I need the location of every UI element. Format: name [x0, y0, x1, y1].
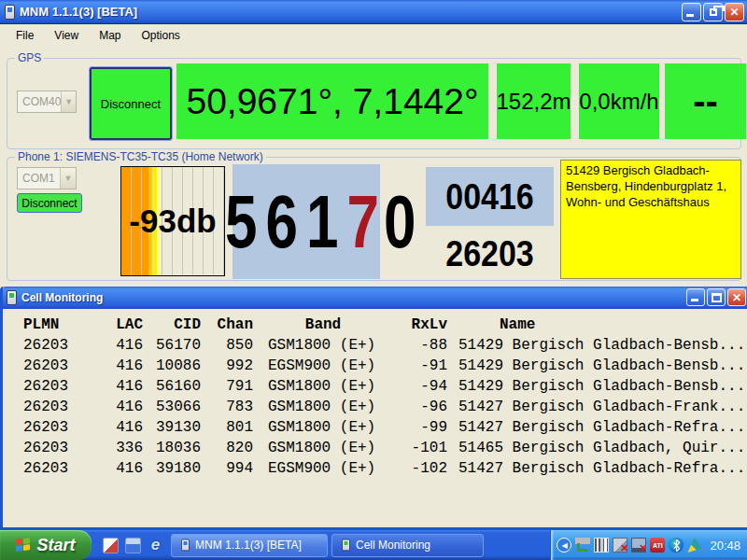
table-row[interactable]: 2620341653066783GSM1800 (E+)-9651427 Ber…: [12, 397, 747, 417]
table-cell: 26203: [12, 460, 92, 477]
cell-table-body: 2620341656170850GSM1800 (E+)-8851429 Ber…: [12, 335, 747, 479]
table-cell: 51427 Bergisch Gladbach-Refra...: [447, 419, 747, 436]
table-cell: 51429 Bergisch Gladbach-Bensb...: [447, 357, 747, 374]
table-cell: 801: [201, 419, 253, 436]
table-cell: 26203: [12, 440, 92, 456]
table-cell: 56170: [143, 337, 201, 354]
table-cell: -101: [393, 440, 447, 456]
quick-launch-bar: e: [92, 530, 171, 560]
maximize-icon: [712, 293, 722, 302]
bluetooth-icon[interactable]: [669, 538, 684, 553]
table-cell: 39180: [143, 460, 201, 477]
app-phone-icon: [181, 539, 190, 552]
menu-options[interactable]: Options: [131, 26, 190, 45]
app-phone-icon: [5, 5, 15, 20]
phone-port-value: COM1: [18, 172, 60, 185]
table-cell: GSM1800 (E+): [253, 399, 393, 415]
table-cell: -96: [393, 399, 447, 415]
taskbar-task-mnm[interactable]: MNM 1.1.1(3) [BETA]: [171, 534, 328, 557]
cell-window-title: Cell Monitoring: [21, 291, 103, 304]
table-cell: 416: [92, 378, 143, 395]
menu-map[interactable]: Map: [89, 26, 131, 45]
chevron-down-icon: ▼: [60, 168, 76, 189]
table-row[interactable]: 2620333618036820GSM1800 (E+)-10151465 Be…: [12, 438, 747, 458]
table-cell: 416: [92, 337, 143, 354]
column-header-cid[interactable]: CID: [143, 316, 201, 333]
internet-explorer-icon[interactable]: e: [148, 538, 163, 553]
cid-red-digit: 7: [346, 180, 387, 264]
table-cell: GSM1800 (E+): [253, 378, 393, 395]
table-row[interactable]: 2620341656160791GSM1800 (E+)-9451429 Ber…: [12, 376, 747, 397]
table-cell: 39130: [143, 419, 201, 436]
tray-chevron-icon[interactable]: ◀: [557, 538, 571, 553]
table-cell: 26203: [12, 337, 92, 354]
table-cell: -99: [393, 419, 447, 436]
usage-graph-icon[interactable]: [594, 538, 609, 553]
main-titlebar: MNM 1.1.1(3) [BETA] ✕: [0, 0, 747, 24]
table-row[interactable]: 2620341656170850GSM1800 (E+)-8851429 Ber…: [12, 335, 747, 356]
gps-group: GPS COM40 ▼ Disconnect 50,9671°, 7,1442°…: [7, 58, 741, 149]
taskbar-task-cell-monitoring[interactable]: Cell Monitoring: [331, 534, 484, 557]
table-cell: EGSM900 (E+): [253, 460, 393, 477]
cell-table: PLMN LAC CID Chan Band RxLv Name 2620341…: [3, 309, 747, 479]
phone-group-label: Phone 1: SIEMENS-TC35-TC35 (Home Network…: [15, 150, 266, 163]
cid-digits: 561: [225, 180, 346, 264]
network-error-icon[interactable]: [631, 538, 646, 553]
show-desktop-icon[interactable]: [125, 538, 141, 553]
task-label: Cell Monitoring: [356, 539, 430, 552]
phone-disconnect-button[interactable]: Disconnect: [17, 193, 82, 213]
volume-muted-icon[interactable]: [613, 538, 627, 553]
bird-icon[interactable]: [687, 538, 702, 553]
column-header-chan[interactable]: Chan: [201, 316, 253, 333]
table-cell: 850: [201, 337, 253, 354]
table-cell: 51465 Bergisch Gladbach, Quir...: [447, 440, 747, 456]
close-icon: ✕: [729, 7, 739, 18]
table-row[interactable]: 2620341610086992EGSM900 (E+)-9151429 Ber…: [12, 356, 747, 376]
plmn-display: 26203: [426, 232, 554, 274]
table-row[interactable]: 2620341639130801GSM1800 (E+)-9951427 Ber…: [12, 417, 747, 438]
column-header-band[interactable]: Band: [253, 316, 393, 333]
bluetooth-rune: [672, 539, 681, 552]
gps-satellites-display: --: [665, 63, 746, 139]
table-cell: 26203: [12, 399, 92, 415]
gps-disconnect-button[interactable]: Disconnect: [90, 67, 172, 140]
restore-button[interactable]: [703, 3, 723, 21]
gps-port-combobox[interactable]: COM40 ▼: [17, 91, 77, 113]
start-label: Start: [36, 536, 75, 555]
close-button[interactable]: ✕: [725, 3, 744, 21]
window-title: MNM 1.1.1(3) [BETA]: [20, 5, 680, 19]
table-cell: 992: [201, 357, 253, 374]
cell-id-display: 5617 0: [233, 164, 416, 279]
menu-view[interactable]: View: [44, 26, 89, 45]
quick-launch-1-icon[interactable]: [103, 538, 119, 553]
cell-minimize-button[interactable]: [686, 288, 705, 306]
minimize-button[interactable]: [682, 3, 701, 21]
table-cell: 994: [201, 460, 253, 477]
table-cell: 336: [92, 440, 143, 456]
cell-close-button[interactable]: ✕: [727, 288, 746, 306]
column-header-lac[interactable]: LAC: [92, 316, 143, 333]
table-cell: 26203: [12, 378, 92, 395]
column-header-name[interactable]: Name: [447, 316, 747, 333]
close-icon: ✕: [732, 292, 741, 303]
system-tray: ◀ ATI 20:48: [550, 530, 747, 560]
table-cell: 820: [201, 440, 253, 456]
phone-port-combobox[interactable]: COM1 ▼: [17, 167, 77, 189]
table-cell: 791: [201, 378, 253, 395]
table-cell: 416: [92, 399, 143, 415]
table-cell: -88: [393, 337, 447, 354]
lac-value: 00416: [445, 175, 534, 217]
gps-port-value: COM40: [18, 95, 61, 108]
cell-location-infobox: 51429 Bergisch Gladbach-Bensberg, Hinden…: [560, 160, 741, 279]
ati-icon[interactable]: ATI: [650, 538, 665, 553]
table-row[interactable]: 2620341639180994EGSM900 (E+)-10251427 Be…: [12, 458, 747, 479]
windows-flag-icon: [16, 538, 31, 553]
column-header-rxlv[interactable]: RxLv: [393, 316, 447, 333]
taskbar-clock[interactable]: 20:48: [710, 539, 740, 553]
cell-maximize-button[interactable]: [707, 288, 726, 306]
start-button[interactable]: Start: [0, 530, 92, 560]
serial-port-icon[interactable]: [575, 538, 590, 553]
restore-icon: [710, 8, 717, 16]
column-header-plmn[interactable]: PLMN: [12, 316, 92, 333]
menu-file[interactable]: File: [6, 26, 44, 45]
